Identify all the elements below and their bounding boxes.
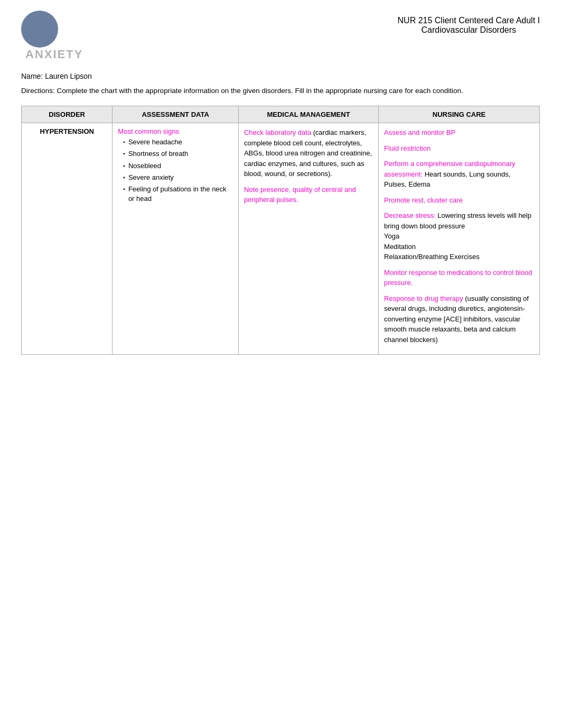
list-item: Severe anxiety <box>123 173 233 182</box>
nursing-pink-text: Fluid restriction <box>384 144 431 152</box>
list-item: Severe headache <box>123 137 233 147</box>
medical-paragraph1: Check laboratory data (cardiac markers, … <box>244 127 373 179</box>
medical-paragraph2: Note presence, quality of central and pe… <box>244 185 373 205</box>
course-info: NUR 215 Client Centered Care Adult I Car… <box>398 16 540 35</box>
note-presence-label: Note presence, quality of central and pe… <box>244 186 356 204</box>
header-medical: MEDICAL MANAGEMENT <box>238 106 378 123</box>
header-assessment: ASSESSMENT DATA <box>113 106 239 123</box>
page-header: ANXIETY NUR 215 Client Centered Care Adu… <box>21 11 540 61</box>
assessment-cell: Most common signsSevere headacheShortnes… <box>113 123 239 355</box>
nursing-cell: Assess and monitor BPFluid restrictionPe… <box>379 123 540 355</box>
nursing-section: Decrease stress: Lowering stress levels … <box>384 210 534 262</box>
nursing-section: Perform a comprehensive cardiopulmonary … <box>384 159 534 190</box>
logo-area: ANXIETY <box>21 11 116 61</box>
list-item: Nosebleed <box>123 161 233 171</box>
name-value: Lauren Lipson <box>45 72 92 80</box>
nursing-section: Promote rest, cluster care <box>384 195 534 206</box>
name-label: Name: <box>21 72 43 80</box>
course-line2: Cardiovascular Disorders <box>398 25 540 35</box>
nursing-pink-heading: Decrease stress: <box>384 211 436 219</box>
header-disorder: DISORDER <box>22 106 113 123</box>
check-lab-data-label: Check laboratory data <box>244 128 311 136</box>
table-row: HYPERTENSIONMost common signsSevere head… <box>22 123 540 355</box>
disorder-cell: HYPERTENSION <box>22 123 113 355</box>
nursing-pink-heading: Response to drug therapy <box>384 294 463 302</box>
assessment-heading: Most common signs <box>118 127 233 135</box>
student-name: Name: Lauren Lipson <box>21 72 540 80</box>
medical-cell: Check laboratory data (cardiac markers, … <box>238 123 378 355</box>
nursing-pink-text: Monitor response to medications to contr… <box>384 269 532 287</box>
nursing-pink-text: Assess and monitor BP <box>384 128 455 136</box>
nursing-section: Monitor response to medications to contr… <box>384 268 534 288</box>
header-nursing: NURSING CARE <box>379 106 540 123</box>
logo-text: ANXIETY <box>25 48 83 61</box>
table-header-row: DISORDER ASSESSMENT DATA MEDICAL MANAGEM… <box>22 106 540 123</box>
list-item: Feeling of pulsations in the neck or hea… <box>123 185 233 204</box>
course-line1: NUR 215 Client Centered Care Adult I <box>398 16 540 25</box>
list-item: Shortness of breath <box>123 149 233 159</box>
main-table: DISORDER ASSESSMENT DATA MEDICAL MANAGEM… <box>21 106 540 355</box>
nursing-section: Response to drug therapy (usually consis… <box>384 293 534 345</box>
logo-icon <box>21 11 58 48</box>
nursing-pink-text: Promote rest, cluster care <box>384 196 463 204</box>
directions-text: Directions: Complete the chart with the … <box>21 86 475 96</box>
nursing-section: Assess and monitor BP <box>384 127 534 138</box>
assessment-bullet-list: Severe headacheShortness of breathNosebl… <box>118 137 233 204</box>
nursing-section: Fluid restriction <box>384 143 534 154</box>
